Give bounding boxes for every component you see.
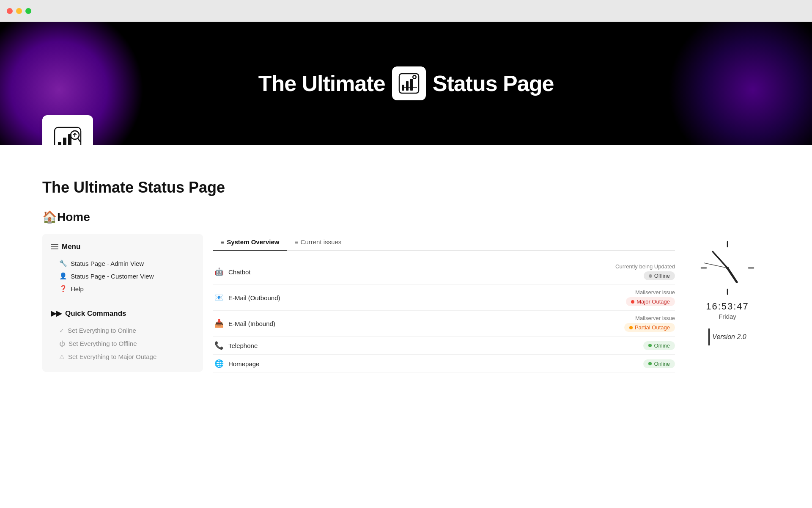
service-row: 📥 E-Mail (Inbound) Mailserver issue Part… (213, 311, 675, 337)
svg-rect-3 (410, 79, 413, 91)
svg-line-20 (727, 268, 737, 282)
hero-bg-right (668, 22, 812, 145)
page-title: The Ultimate Status Page (42, 179, 770, 196)
service-name: E-Mail (Inbound) (225, 320, 624, 327)
list-icon-overview: ≡ (221, 239, 224, 246)
svg-rect-9 (63, 138, 66, 145)
traffic-light-yellow[interactable] (16, 8, 22, 14)
svg-point-23 (726, 267, 729, 269)
tab-current-issues[interactable]: ≡ Current issues (287, 234, 349, 251)
tab-system-overview[interactable]: ≡ System Overview (213, 234, 287, 251)
cmd-offline-label: Set Everything to Offline (69, 340, 137, 347)
service-name: E-Mail (Outbound) (225, 294, 626, 301)
person-icon: 👤 (59, 272, 67, 280)
service-note: Mailserver issue (635, 315, 675, 321)
service-icon: 📧 (213, 293, 225, 302)
content-layout: Menu 🔧 Status Page - Admin View 👤 Status… (42, 234, 770, 373)
svg-rect-2 (406, 81, 409, 91)
fast-forward-icon: ▶▶ (51, 309, 62, 318)
main-content: The Ultimate Status Page 🏠Home Menu 🔧 St… (0, 145, 812, 390)
tabs-row: ≡ System Overview ≡ Current issues (213, 234, 675, 251)
svg-rect-8 (58, 142, 61, 145)
page-container: The Ultimate Status Page (0, 22, 812, 508)
system-panel: ≡ System Overview ≡ Current issues 🤖 Cha… (213, 234, 675, 373)
sidebar-item-help[interactable]: ❓ Help (51, 282, 195, 295)
sidebar-admin-label: Status Page - Admin View (71, 260, 144, 267)
sidebar-item-admin[interactable]: 🔧 Status Page - Admin View (51, 257, 195, 270)
list-icon-issues: ≡ (294, 239, 298, 246)
wrench-icon: 🔧 (59, 260, 67, 267)
sidebar: Menu 🔧 Status Page - Admin View 👤 Status… (42, 234, 203, 372)
svg-line-12 (78, 138, 80, 142)
status-dot (648, 362, 652, 365)
hamburger-icon (51, 244, 58, 249)
status-dot (648, 344, 652, 347)
traffic-light-green[interactable] (25, 8, 31, 14)
service-status-area: Mailserver issue Major Outage (626, 289, 675, 306)
sidebar-customer-label: Status Page - Customer View (71, 273, 154, 280)
version-text: Version 2.0 (712, 333, 746, 341)
status-badge: Online (643, 359, 675, 368)
service-name: Homepage (225, 360, 643, 367)
cmd-major-label: Set Everything to Major Outage (68, 353, 156, 360)
tab-overview-label: System Overview (227, 238, 279, 246)
service-name: Telephone (225, 342, 643, 349)
version-line: Version 2.0 (708, 329, 746, 345)
hero-title-right: Status Page (433, 71, 554, 96)
service-icon: 🌐 (213, 359, 225, 368)
status-badge: Offline (644, 271, 675, 280)
menu-label: Menu (62, 243, 80, 251)
checkmark-icon: ✓ (59, 327, 64, 334)
home-heading: 🏠Home (42, 210, 770, 224)
hero-content: The Ultimate Status Page (258, 66, 554, 100)
clock-panel: 16:53:47 Friday Version 2.0 (685, 234, 770, 345)
hero-logo (42, 115, 93, 145)
service-note: Currently being Updated (615, 263, 675, 270)
traffic-light-red[interactable] (7, 8, 13, 14)
sidebar-help-label: Help (71, 285, 84, 293)
power-icon: ⏻ (59, 340, 65, 347)
service-row: 🤖 Chatbot Currently being Updated Offlin… (213, 259, 675, 285)
warning-icon: ⚠ (59, 353, 65, 360)
service-icon: 🤖 (213, 267, 225, 276)
hero-title-left: The Ultimate (258, 71, 385, 96)
digital-day: Friday (719, 313, 736, 320)
service-status-area: Currently being Updated Offline (615, 263, 675, 280)
service-status-area: Online (643, 359, 675, 368)
service-row: 📧 E-Mail (Outbound) Mailserver issue Maj… (213, 285, 675, 311)
sidebar-menu-header: Menu (51, 243, 195, 251)
browser-chrome (0, 0, 812, 22)
quick-commands-label: Quick Commands (65, 309, 126, 318)
quick-commands-header: ▶▶ Quick Commands (51, 309, 195, 318)
question-icon: ❓ (59, 285, 67, 293)
status-badge: Major Outage (626, 297, 675, 306)
service-icon: 📥 (213, 319, 225, 328)
hero-banner: The Ultimate Status Page (0, 22, 812, 145)
status-dot (631, 300, 634, 304)
cmd-set-online[interactable]: ✓ Set Everything to Online (51, 324, 195, 337)
status-dot (629, 326, 633, 329)
digital-time: 16:53:47 (706, 301, 749, 312)
sidebar-divider (51, 302, 195, 302)
service-note: Mailserver issue (635, 289, 675, 295)
svg-point-5 (413, 76, 415, 78)
analog-clock (698, 238, 757, 298)
cmd-set-major-outage[interactable]: ⚠ Set Everything to Major Outage (51, 350, 195, 363)
service-row: 📞 Telephone Online (213, 337, 675, 355)
tab-issues-label: Current issues (301, 238, 342, 246)
status-badge: Partial Outage (624, 323, 675, 332)
service-status-area: Mailserver issue Partial Outage (624, 315, 675, 332)
hero-icon-box (392, 66, 426, 100)
service-rows: 🤖 Chatbot Currently being Updated Offlin… (213, 259, 675, 373)
service-status-area: Online (643, 341, 675, 350)
service-icon: 📞 (213, 341, 225, 350)
service-name: Chatbot (225, 268, 615, 276)
cmd-set-offline[interactable]: ⏻ Set Everything to Offline (51, 337, 195, 350)
status-badge: Online (643, 341, 675, 350)
version-bar (708, 329, 710, 345)
cmd-online-label: Set Everything to Online (68, 327, 136, 334)
status-dot (649, 274, 652, 278)
service-row: 🌐 Homepage Online (213, 355, 675, 373)
sidebar-item-customer[interactable]: 👤 Status Page - Customer View (51, 270, 195, 282)
